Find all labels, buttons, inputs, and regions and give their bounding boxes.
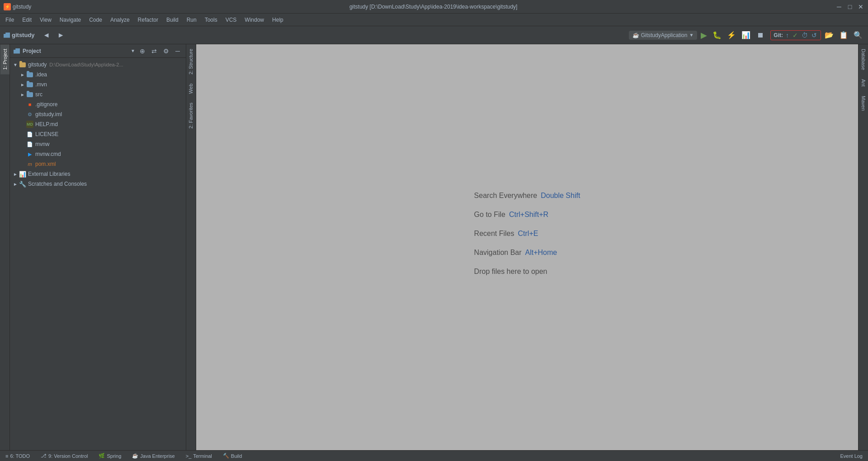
welcome-line-3: Recent Files Ctrl+E [474,230,580,238]
panel-scroll-button[interactable]: ⇄ [150,47,159,56]
mvnw-label: mvnw [35,141,49,147]
pomxml-label: pom.xml [35,161,56,167]
tree-item-idea[interactable]: ► .idea [10,70,186,80]
menu-bar: File Edit View Navigate Code Analyze Ref… [0,14,868,26]
maven-tab[interactable]: Maven [859,91,868,115]
menu-view[interactable]: View [36,15,55,24]
status-java-enterprise[interactable]: ☕ Java Enterprise [130,452,176,460]
root-arrow[interactable]: ▼ [12,61,19,68]
recent-files-button[interactable]: 📋 [837,29,850,42]
root-folder-icon [19,61,26,68]
title-path: gitstudy [D:\DownLoad\Study\App\idea-201… [349,4,518,10]
structure-tab[interactable]: 2: Structure [186,44,196,79]
idea-label: .idea [35,71,47,78]
close-button[interactable]: ✕ [857,3,864,10]
scratches-arrow[interactable]: ► [12,180,19,188]
menu-help[interactable]: Help [269,15,287,24]
run-config-dropdown-icon[interactable]: ▼ [689,33,693,38]
panel-add-button[interactable]: ⊕ [138,47,147,56]
status-spring[interactable]: 🌿 Spring [97,452,123,460]
ant-tab[interactable]: Ant [859,75,868,91]
git-revert-button[interactable]: ↺ [811,32,818,39]
todo-label: 6: TODO [10,453,30,459]
menu-build[interactable]: Build [163,15,182,24]
status-todo[interactable]: ≡ 6: TODO [4,452,32,460]
database-tab[interactable]: Database [859,44,868,75]
src-arrow[interactable]: ► [19,91,26,98]
helpmd-icon: MD [26,121,33,128]
search-everywhere-button[interactable]: 🔍 [852,29,864,42]
search-everywhere-text: Search Everywhere [474,192,538,200]
idea-folder-icon [26,71,33,78]
run-with-coverage-button[interactable]: ⚡ [725,29,738,42]
external-label: External Libraries [28,171,70,177]
menu-edit[interactable]: Edit [19,15,35,24]
run-button[interactable]: ▶ [699,30,709,40]
panel-settings-button[interactable]: ⚙ [161,47,170,56]
mvnwcmd-label: mvnw.cmd [35,151,61,157]
back-button[interactable]: ◄ [40,29,53,42]
panel-close-button[interactable]: ─ [173,47,182,56]
build-label: Build [231,453,242,459]
recent-files-shortcut: Ctrl+E [518,230,538,238]
restore-button[interactable]: □ [846,3,854,10]
menu-file[interactable]: File [2,15,18,24]
external-arrow[interactable]: ► [12,170,19,178]
project-title: gitstudy [13,4,31,10]
menu-tools[interactable]: Tools [201,15,221,24]
idea-arrow[interactable]: ► [19,71,26,78]
tree-item-mvn[interactable]: ► .mvn [10,80,186,89]
tree-item-gitignore[interactable]: ■ .gitignore [10,99,186,109]
open-file-button[interactable]: 📂 [823,29,835,42]
favorites-tab[interactable]: 2: Favorites [186,98,196,133]
stop-button[interactable]: ⏹ [754,29,767,42]
menu-refactor[interactable]: Refactor [134,15,162,24]
tree-item-external[interactable]: ► 📊 External Libraries [10,169,186,179]
root-path: D:\DownLoad\Study\App\idea-2... [49,62,123,67]
status-version-control[interactable]: ⎇ 9: Version Control [39,452,90,460]
tree-item-mvnw[interactable]: 📄 mvnw [10,139,186,149]
project-name-label: gitstudy [12,32,35,38]
menu-vcs[interactable]: VCS [222,15,241,24]
git-check-button[interactable]: ✓ [792,32,799,39]
iml-label: gitstudy.iml [35,111,62,118]
menu-code[interactable]: Code [85,15,106,24]
git-history-button[interactable]: ⏱ [801,32,809,39]
tree-item-src[interactable]: ► src [10,89,186,99]
tree-item-iml[interactable]: ⚙ gitstudy.iml [10,109,186,119]
tree-item-root[interactable]: ▼ gitstudy D:\DownLoad\Study\App\idea-2.… [10,60,186,70]
web-tab[interactable]: Web [186,79,196,98]
title-bar: ⚡ gitstudy gitstudy [D:\DownLoad\Study\A… [0,0,868,14]
welcome-content: Search Everywhere Double Shift Go to Fil… [474,192,580,276]
status-terminal[interactable]: >_ Terminal [184,452,214,460]
run-config-icon: ☕ [632,32,639,38]
forward-button[interactable]: ► [55,29,67,42]
tree-item-pomxml[interactable]: m pom.xml [10,159,186,169]
project-tab[interactable]: 1: Project [0,44,9,74]
scratches-icon: 🔧 [19,180,26,188]
mvnw-icon: 📄 [26,141,33,148]
project-panel: Project ▼ ⊕ ⇄ ⚙ ─ ▼ gitstudy D:\DownLoad… [10,44,186,450]
minimize-button[interactable]: ─ [835,3,843,10]
tree-item-license[interactable]: 📄 LICENSE [10,129,186,139]
root-name: gitstudy [28,61,47,68]
status-event-log[interactable]: Event Log [838,452,864,460]
menu-navigate[interactable]: Navigate [56,15,85,24]
status-build[interactable]: 🔨 Build [221,452,244,460]
run-configuration[interactable]: ☕ GitstudyApplication ▼ [629,31,698,40]
menu-analyze[interactable]: Analyze [107,15,133,24]
menu-run[interactable]: Run [183,15,200,24]
git-push-button[interactable]: ↑ [785,32,790,39]
tree-item-helpmd[interactable]: MD HELP.md [10,119,186,129]
mvnwcmd-icon: ▶ [26,151,33,158]
menu-window[interactable]: Window [241,15,268,24]
tree-item-scratches[interactable]: ► 🔧 Scratches and Consoles [10,179,186,189]
tree-item-mvnwcmd[interactable]: ▶ mvnw.cmd [10,149,186,159]
profile-button[interactable]: 📊 [740,29,752,42]
welcome-line-1: Search Everywhere Double Shift [474,192,580,200]
file-tree: ▼ gitstudy D:\DownLoad\Study\App\idea-2.… [10,58,186,450]
mvn-arrow[interactable]: ► [19,81,26,88]
title-bar-left: ⚡ gitstudy [4,3,31,10]
debug-button[interactable]: 🐛 [711,29,723,42]
mvn-folder-icon [26,81,33,88]
